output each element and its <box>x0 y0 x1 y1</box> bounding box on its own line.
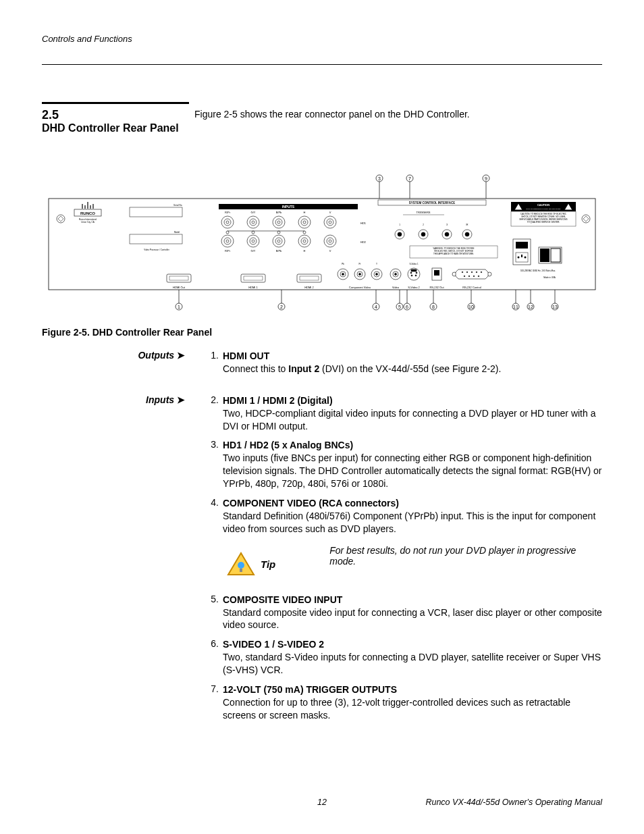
list-item: 5. COMPOSITE VIDEO INPUT Standard compos… <box>208 594 602 632</box>
callout-5: 5 <box>398 305 401 309</box>
inputs-callout: Inputs ➤ <box>42 394 189 405</box>
callout-6: 6 <box>406 305 408 309</box>
svg-rect-17 <box>130 234 182 244</box>
svg-text:B/Pb: B/Pb <box>276 249 282 253</box>
svg-text:H: H <box>304 249 306 253</box>
svg-point-41 <box>277 231 280 234</box>
item-title: HDMI 1 / HDMI 2 (Digital) <box>223 394 602 407</box>
section-rule <box>42 102 189 104</box>
outputs-callout: Outputs ➤ <box>42 350 189 361</box>
video-label: Video <box>392 286 400 289</box>
item-number: 1. <box>208 350 223 375</box>
arrow-icon: ➤ <box>177 350 185 361</box>
svg-text:G/Y: G/Y <box>251 249 256 253</box>
svg-point-110 <box>342 273 344 276</box>
item-title: 12-VOLT (750 mA) TRIGGER OUTPUTS <box>223 683 602 696</box>
hd1-label: HD1 <box>360 221 367 225</box>
svg-point-38 <box>329 221 331 224</box>
svg-point-96 <box>518 257 520 259</box>
svg-point-138 <box>464 276 465 277</box>
item-desc: Two, HDCP-compliant digital video inputs… <box>223 407 602 433</box>
svg-rect-98 <box>521 255 522 257</box>
callout-2: 2 <box>280 305 283 309</box>
svg-rect-101 <box>551 249 560 262</box>
inputs-label: Inputs <box>146 394 174 405</box>
svg-text:CAUTION: CAUTION <box>537 203 549 207</box>
item-title: HD1 / HD2 (5 x Analog BNCs) <box>223 439 602 452</box>
proc-label: Video Processor / Controller <box>144 249 169 251</box>
tip-text: For best results, do not run your DVD pl… <box>329 545 602 567</box>
item-desc: Connection for up to three (3), 12-volt … <box>223 696 602 722</box>
callout-7: 7 <box>408 176 411 181</box>
item-desc: Standard composite video input for conne… <box>223 606 602 632</box>
sci-label: SYSTEM CONTROL INTERFACE <box>409 201 456 205</box>
svg-rect-130 <box>434 270 439 276</box>
outputs-label: Outputs <box>138 350 174 361</box>
item-number: 4. <box>208 497 223 536</box>
section-heading: 2.5 DHD Controller Rear Panel <box>42 108 189 134</box>
sv2-label: S-Video 2 <box>408 286 420 289</box>
svg-rect-107 <box>300 276 319 280</box>
svg-point-141 <box>478 276 479 277</box>
arrow-icon: ➤ <box>177 394 185 405</box>
list-item: 1. HDMI OUT Connect this to Input 2 (DVI… <box>208 350 602 375</box>
svg-point-26 <box>226 221 229 224</box>
item-number: 6. <box>208 638 223 677</box>
list-item: 3. HD1 / HD2 (5 x Analog BNCs) Two input… <box>208 439 602 490</box>
callout-8: 8 <box>432 305 435 309</box>
list-item: 6. S-VIDEO 1 / S-VIDEO 2 Two, standard S… <box>208 638 602 677</box>
hdmi-out-label: HDMI Out <box>173 286 186 289</box>
callout-13: 13 <box>552 305 558 309</box>
svg-point-42 <box>303 231 306 234</box>
tip-label: Tip <box>261 558 275 570</box>
page-footer: 12 Runco VX-44d/-55d Owner's Operating M… <box>42 798 602 807</box>
list-item: 7. 12-VOLT (750 mA) TRIGGER OUTPUTS Conn… <box>208 683 602 722</box>
svg-point-69 <box>398 232 402 236</box>
item-title: S-VIDEO 1 / S-VIDEO 2 <box>223 638 602 651</box>
svg-point-113 <box>359 273 361 276</box>
item-title: HDMI OUT <box>223 350 602 363</box>
item-desc: Two, standard S-Video inputs for connect… <box>223 651 602 677</box>
svg-point-40 <box>252 231 254 234</box>
svg-point-39 <box>226 231 229 234</box>
svg-point-97 <box>525 257 527 259</box>
callout-3: 3 <box>378 176 381 181</box>
item-desc: Standard Definition (480i/576i) Componen… <box>223 510 602 536</box>
svg-point-48 <box>226 240 229 242</box>
svg-text:V: V <box>329 249 331 253</box>
rs232ctrl-label: RS-232 Control <box>462 286 481 289</box>
svg-text:Pr: Pr <box>359 263 361 265</box>
item-number: 7. <box>208 683 223 722</box>
svg-point-127 <box>410 272 412 273</box>
inputs-block: Inputs ➤ 2. HDMI 1 / HDMI 2 (Digital) Tw… <box>42 394 602 729</box>
serial-label: Serial No. <box>173 204 182 207</box>
svg-rect-16 <box>130 207 182 217</box>
svg-rect-124 <box>411 269 417 271</box>
section-intro: Figure 2-5 shows the rear connector pane… <box>189 108 602 121</box>
svg-point-126 <box>415 275 417 276</box>
svg-point-125 <box>411 275 412 276</box>
rs232out-label: RS-232 Out <box>429 286 444 289</box>
svg-rect-100 <box>540 249 549 262</box>
list-item: 4. COMPONENT VIDEO (RCA connectors) Stan… <box>208 497 602 536</box>
svg-text:TO QUALIFIED SERVICE CENTER.: TO QUALIFIED SERVICE CENTER. <box>527 221 560 224</box>
svg-point-137 <box>481 271 482 273</box>
item-desc: Two inputs (five BNCs per input) for con… <box>223 452 602 490</box>
section-number: 2.5 <box>42 108 189 122</box>
item-number: 3. <box>208 439 223 490</box>
svg-point-75 <box>465 232 469 236</box>
doc-title: Runco VX-44d/-55d Owner's Operating Manu… <box>425 798 602 807</box>
svg-point-135 <box>471 271 473 273</box>
svg-text:R/Pr: R/Pr <box>225 211 231 214</box>
inputs-banner: INPUTS <box>282 205 295 209</box>
svg-text:RISK OF ELECTRIC SHOCK DO NOT : RISK OF ELECTRIC SHOCK DO NOT OPEN <box>527 208 561 210</box>
item-desc: Connect this to Input 2 (DVI) on the VX-… <box>223 363 602 375</box>
tip-icon <box>227 552 255 577</box>
svg-point-73 <box>445 232 449 236</box>
svg-point-57 <box>303 240 306 242</box>
svg-point-133 <box>462 271 463 273</box>
hdmi2-label: HDMI 2 <box>304 286 314 289</box>
model-label: Model <box>174 231 180 234</box>
svg-text:THIS APPLIANCE TO RAIN OR MOIS: THIS APPLIANCE TO RAIN OR MOISTURE. <box>433 253 474 255</box>
svg-point-29 <box>252 221 254 224</box>
